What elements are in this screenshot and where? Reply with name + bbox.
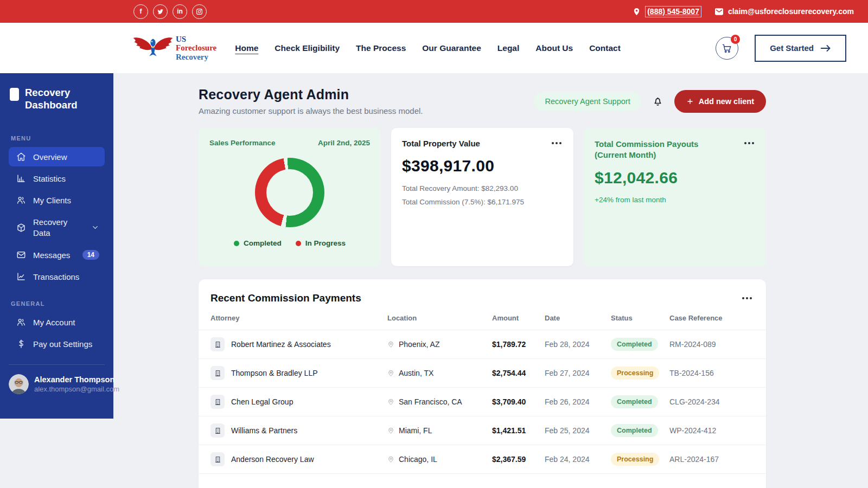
facebook-icon[interactable]: f (133, 4, 148, 19)
nav-item[interactable]: The Process (356, 43, 406, 53)
column-header: Status (611, 314, 669, 322)
location-text: Chicago, IL (399, 455, 437, 464)
dashboard-logo-icon (10, 88, 19, 101)
nav-item[interactable]: Legal (497, 43, 519, 53)
sidebar-item[interactable]: Messages 14 (9, 245, 105, 265)
sales-performance-card: Sales Performance April 2nd, 2025 Comple… (199, 128, 381, 266)
email-link[interactable]: claim@usforeclosurerecovery.com (714, 7, 854, 16)
user-profile[interactable]: Alexander Thompson alex.thompson@gmail.c… (0, 365, 113, 394)
home-icon (16, 152, 26, 162)
date: Feb 24, 2024 (545, 455, 611, 464)
nav-item[interactable]: Check Eligibility (275, 43, 340, 53)
location-text: Phoenix, AZ (399, 340, 440, 349)
property-card-title: Total Property Value (402, 139, 563, 148)
sidebar: Recovery Dashboard MENU Overview Statist… (0, 73, 113, 419)
column-header: Case Reference (669, 314, 754, 322)
email-address[interactable]: claim@usforeclosurerecovery.com (728, 7, 854, 16)
dollar-icon (16, 339, 26, 349)
commission-line: Total Commission (7.5%): $6,171.975 (402, 198, 563, 206)
nav-item[interactable]: Home (235, 43, 258, 53)
notification-bell-icon[interactable] (652, 95, 663, 107)
legend-item: Completed (234, 239, 282, 247)
table-body: Robert Martinez & Associates Phoenix, AZ… (199, 330, 766, 474)
package-icon (16, 223, 26, 233)
chevron-down-icon[interactable] (91, 223, 99, 232)
nav-item[interactable]: Contact (589, 43, 621, 53)
location-text: San Francisco, CA (399, 397, 462, 406)
social-links: f in (133, 4, 207, 19)
table-title: Recent Commission Payments (210, 292, 361, 304)
column-header: Amount (492, 314, 545, 322)
case-reference: ARL-2024-167 (669, 455, 754, 464)
sidebar-item[interactable]: Statistics (9, 169, 105, 188)
phone-number[interactable]: (888) 545-8007 (645, 6, 701, 17)
sidebar-brand: Recovery Dashboard (0, 84, 113, 111)
recent-commission-payments-card: Recent Commission Payments AttorneyLocat… (199, 279, 766, 488)
sidebar-item[interactable]: My Account (9, 312, 105, 332)
plus-icon (686, 98, 694, 105)
linkedin-icon[interactable]: in (173, 4, 187, 19)
eagle-logo-icon (132, 34, 174, 62)
sidebar-general: My Account Pay out Settings (0, 312, 113, 354)
table-row[interactable]: Anderson Recovery Law Chicago, IL $2,367… (199, 445, 766, 474)
legend-item: In Progress (296, 239, 346, 247)
avatar (9, 374, 29, 394)
sidebar-item[interactable]: Overview (9, 147, 105, 166)
status-badge: Processing (611, 367, 659, 380)
case-reference: RM-2024-089 (669, 340, 754, 349)
case-reference: TB-2024-156 (669, 369, 754, 377)
nav-item[interactable]: Our Guarantee (422, 43, 481, 53)
column-header: Attorney (210, 314, 387, 322)
sidebar-brand-label: Recovery Dashboard (25, 86, 104, 111)
sales-card-date: April 2nd, 2025 (318, 139, 370, 147)
user-name: Alexander Thompson (34, 375, 119, 384)
date: Feb 28, 2024 (545, 340, 611, 349)
map-pin-icon (387, 427, 394, 434)
commission-card-title: Total Commission Payouts (Current Month) (595, 139, 724, 161)
legend-dot-icon (296, 241, 301, 246)
more-options-icon[interactable] (742, 140, 756, 146)
phone-link[interactable]: (888) 545-8007 (633, 6, 701, 17)
sales-donut (255, 158, 324, 227)
nav-item[interactable]: About Us (535, 43, 573, 53)
amount: $3,709.40 (492, 397, 545, 406)
instagram-icon[interactable] (192, 4, 207, 19)
cart-count-badge: 0 (731, 35, 740, 44)
legend-dot-icon (234, 241, 239, 246)
more-options-icon[interactable] (550, 140, 564, 146)
attorney-name: Robert Martinez & Associates (231, 340, 331, 349)
site-header: US Foreclosure Recovery Home Check Eligi… (0, 23, 868, 73)
table-row[interactable]: Robert Martinez & Associates Phoenix, AZ… (199, 330, 766, 359)
map-pin-icon (387, 370, 394, 377)
attorney-name: Williams & Partners (231, 426, 297, 435)
attorney-name: Chen Legal Group (231, 397, 293, 406)
cart-button[interactable]: 0 (716, 37, 738, 60)
date: Feb 26, 2024 (545, 397, 611, 406)
status-badge: Processing (611, 453, 659, 466)
map-pin-icon (387, 341, 394, 348)
logo[interactable]: US Foreclosure Recovery (132, 34, 216, 62)
table-row[interactable]: Thompson & Bradley LLP Austin, TX $2,754… (199, 359, 766, 388)
twitter-icon[interactable] (153, 4, 168, 19)
get-started-button[interactable]: Get Started (755, 35, 846, 62)
location-text: Miami, FL (399, 426, 432, 435)
mail-icon (714, 8, 724, 16)
table-row[interactable]: Chen Legal Group San Francisco, CA $3,70… (199, 388, 766, 416)
mail-icon (16, 250, 26, 260)
sidebar-item[interactable]: Pay out Settings (9, 334, 105, 354)
sidebar-item[interactable]: Transactions (9, 267, 105, 286)
user-email: alex.thompson@gmail.com (34, 385, 119, 393)
sidebar-item[interactable]: My Clients (9, 190, 105, 210)
page-subtitle: Amazing customer support is always the b… (199, 106, 423, 115)
table-row[interactable]: Williams & Partners Miami, FL $1,421.51 … (199, 416, 766, 445)
more-options-icon[interactable] (740, 295, 754, 301)
column-header: Date (545, 314, 611, 322)
column-header: Location (387, 314, 492, 322)
support-pill[interactable]: Recovery Agent Support (534, 92, 641, 111)
add-new-client-button[interactable]: Add new client (674, 90, 766, 113)
sidebar-menu: Overview Statistics My Clients (0, 147, 113, 286)
building-icon (210, 395, 225, 409)
building-icon (210, 366, 225, 380)
location-text: Austin, TX (399, 369, 433, 377)
sidebar-item[interactable]: Recovery Data (9, 212, 105, 243)
